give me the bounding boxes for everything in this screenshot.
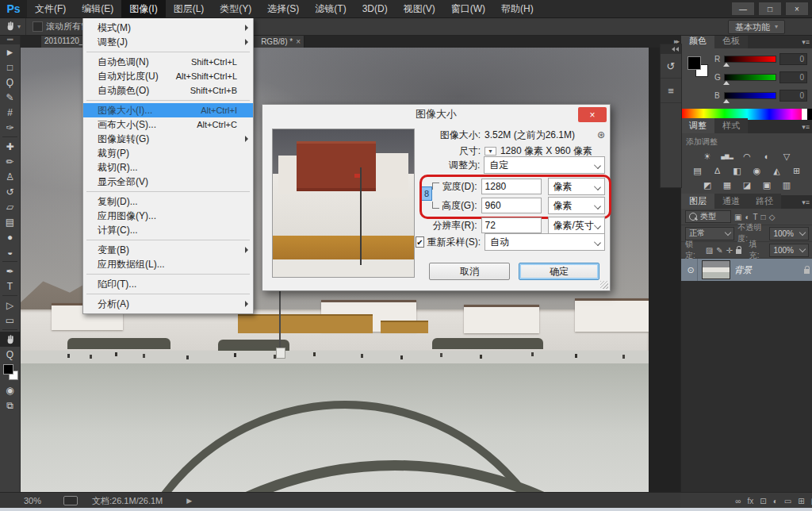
menu-item-auto-tone[interactable]: 自动色调(N)Shift+Ctrl+L <box>83 55 253 69</box>
black-white-icon[interactable]: ◧ <box>730 164 745 177</box>
scroll-all-windows-checkbox[interactable] <box>33 21 43 32</box>
tab-styles[interactable]: 样式 <box>714 118 748 133</box>
lock-pixels-icon[interactable]: ✎ <box>716 246 722 255</box>
slider-thumb[interactable] <box>723 99 730 103</box>
vibrance-icon[interactable]: ▽ <box>779 150 794 163</box>
foreground-background-swatches[interactable] <box>0 362 20 382</box>
menu-item-trim[interactable]: 裁切(R)... <box>83 160 253 175</box>
fit-to-select[interactable]: 自定 <box>484 156 605 174</box>
menu-item-apply-image[interactable]: 应用图像(Y)... <box>83 209 253 223</box>
filter-shape-icon[interactable]: □ <box>761 213 766 221</box>
menu-3d[interactable]: 3D(D) <box>354 0 396 17</box>
type-tool[interactable]: T <box>0 279 20 294</box>
menu-view[interactable]: 视图(V) <box>396 0 443 17</box>
layer-row-background[interactable]: ⊙ 背景 <box>681 259 812 281</box>
tab-channels[interactable]: 通道 <box>714 194 748 209</box>
foreground-color-swatch[interactable] <box>3 364 13 375</box>
hand-tool[interactable] <box>0 332 20 347</box>
layer-thumbnail[interactable] <box>702 260 730 279</box>
close-button[interactable]: × <box>785 2 809 16</box>
adjustment-layer-icon[interactable]: ◐ <box>773 497 778 505</box>
menu-help[interactable]: 帮助(H) <box>493 0 542 17</box>
screen-mode-button[interactable]: ⧉ <box>0 398 20 413</box>
gradient-tool[interactable]: ▤ <box>0 214 20 229</box>
panel-menu-icon[interactable]: ▾≡ <box>802 38 810 46</box>
panel-color-swatches[interactable] <box>686 55 710 79</box>
menu-edit[interactable]: 编辑(E) <box>74 0 121 17</box>
spot-healing-brush-tool[interactable]: ✚ <box>0 139 20 154</box>
spectrum-black-swatch[interactable] <box>807 109 812 120</box>
quick-selection-tool[interactable]: ✎ <box>0 90 20 105</box>
quick-mask-button[interactable]: ◉ <box>0 382 20 398</box>
current-tool-indicator[interactable]: ▾ <box>0 17 26 35</box>
curves-icon[interactable]: ◠ <box>740 150 754 163</box>
threshold-icon[interactable]: ◪ <box>740 179 754 191</box>
green-slider[interactable] <box>724 74 776 81</box>
pen-tool[interactable]: ✒ <box>0 263 20 279</box>
blend-mode-select[interactable]: 正常 <box>685 227 734 240</box>
posterize-icon[interactable]: ▦ <box>720 179 734 191</box>
lock-all-icon[interactable] <box>736 249 741 254</box>
resample-checkbox[interactable]: ✔ <box>416 236 423 248</box>
shape-tool[interactable]: ▭ <box>0 313 20 328</box>
menu-select[interactable]: 选择(S) <box>259 0 307 17</box>
green-value[interactable]: 0 <box>779 71 807 83</box>
cancel-button[interactable]: 取消 <box>429 263 510 280</box>
menu-file[interactable]: 文件(F) <box>27 0 74 17</box>
photo-filter-icon[interactable]: ◉ <box>750 164 764 177</box>
menu-item-reveal-all[interactable]: 显示全部(V) <box>83 175 253 189</box>
tab-close-icon[interactable]: × <box>296 37 301 46</box>
clone-stamp-tool[interactable]: ♙ <box>0 169 20 184</box>
menu-item-apply-data-set[interactable]: 应用数据组(L)... <box>83 257 253 271</box>
history-brush-tool[interactable]: ↺ <box>0 184 20 199</box>
lasso-tool[interactable]: Ϙ <box>0 75 20 90</box>
hue-saturation-icon[interactable]: ▤ <box>691 164 705 177</box>
height-unit-select[interactable]: 像素 <box>548 197 605 214</box>
menu-item-auto-contrast[interactable]: 自动对比度(U)Alt+Shift+Ctrl+L <box>83 69 253 83</box>
filter-adjustment-icon[interactable]: ◐ <box>745 213 749 221</box>
slider-thumb[interactable] <box>723 81 730 85</box>
layer-filter-select[interactable]: 类型 <box>685 210 731 223</box>
menu-item-duplicate[interactable]: 复制(D)... <box>83 194 253 209</box>
history-panel-icon[interactable]: ↺ <box>661 54 681 79</box>
panel-menu-icon[interactable]: ▾≡ <box>802 198 810 206</box>
menu-window[interactable]: 窗口(W) <box>443 0 493 17</box>
foreground-color-swatch[interactable] <box>688 56 701 70</box>
menu-item-variables[interactable]: 变量(B) <box>83 243 253 257</box>
properties-panel-icon[interactable]: ≡ <box>661 79 681 103</box>
red-slider[interactable] <box>724 56 776 63</box>
width-unit-select[interactable]: 像素 <box>548 178 605 195</box>
crop-tool[interactable]: # <box>0 105 20 120</box>
menu-filter[interactable]: 滤镜(T) <box>307 0 354 17</box>
resolution-input[interactable] <box>481 217 542 233</box>
minimize-button[interactable]: — <box>731 2 755 16</box>
marquee-tool[interactable]: □ <box>0 60 20 75</box>
move-tool[interactable]: ► <box>0 44 20 60</box>
menu-item-crop[interactable]: 裁剪(P) <box>83 146 253 160</box>
eyedropper-tool[interactable]: ✑ <box>0 120 20 135</box>
color-balance-icon[interactable]: ∆ <box>710 164 725 177</box>
opacity-value[interactable]: 100% <box>769 227 809 240</box>
menu-item-image-size[interactable]: 图像大小(I)...Alt+Ctrl+I <box>83 103 253 117</box>
filter-image-icon[interactable]: ▣ <box>734 213 741 221</box>
dodge-tool[interactable]: ◒ <box>0 244 20 259</box>
menu-type[interactable]: 类型(Y) <box>212 0 259 17</box>
levels-icon[interactable]: ▄▆▂ <box>720 150 734 163</box>
resample-select[interactable]: 自动 <box>485 233 605 251</box>
workspace-switcher[interactable]: 基本功能 ▾ <box>728 20 785 34</box>
menu-item-image-rotation[interactable]: 图像旋转(G) <box>83 132 253 146</box>
height-input[interactable] <box>481 198 542 213</box>
channel-mixer-icon[interactable]: ◭ <box>770 164 784 177</box>
photoshop-logo[interactable]: Ps <box>0 0 27 17</box>
dimensions-dropdown-icon[interactable]: ▼ <box>485 147 496 156</box>
maximize-button[interactable]: □ <box>758 2 782 16</box>
eraser-tool[interactable]: ▱ <box>0 199 20 214</box>
group-layers-icon[interactable]: ▭ <box>784 497 791 505</box>
status-options-arrow-icon[interactable]: ▶ <box>186 497 192 505</box>
spectrum-white-swatch[interactable] <box>802 109 807 120</box>
blur-tool[interactable]: ● <box>0 229 20 244</box>
layer-style-icon[interactable]: fx <box>747 497 753 505</box>
brush-tool[interactable]: ✏ <box>0 154 20 169</box>
red-value[interactable]: 0 <box>779 53 807 65</box>
zoom-tool[interactable]: Q <box>0 347 20 362</box>
